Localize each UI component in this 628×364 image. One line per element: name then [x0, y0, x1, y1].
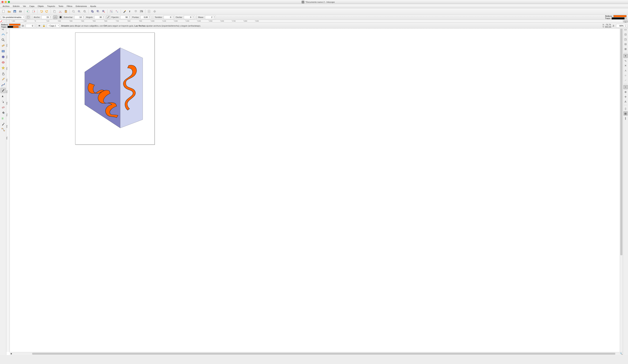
group-icon[interactable] — [109, 9, 114, 14]
snap-other-icon[interactable]: ✧ — [624, 85, 628, 89]
scroll-origin-icon[interactable]: ◆ — [10, 352, 13, 355]
pressure-width-icon[interactable] — [53, 15, 57, 19]
prefs-icon[interactable] — [152, 9, 157, 14]
angle-spinner[interactable]: ▲▼ — [94, 15, 105, 19]
snap-path-icon[interactable]: ∿ — [624, 59, 628, 63]
save-icon[interactable] — [12, 9, 17, 14]
gradient-tool-icon[interactable] — [0, 116, 6, 121]
ruler-vertical[interactable]: 0100200300400500600700800900 — [6, 23, 10, 352]
zoom-drawing-icon[interactable] — [77, 9, 81, 14]
docprops-icon[interactable] — [147, 9, 152, 14]
duplicate-icon[interactable] — [90, 9, 95, 14]
layer-visible-icon[interactable]: 👁 — [38, 24, 41, 27]
menu-extensiones[interactable]: Extensiones — [74, 4, 88, 8]
mass-spinner[interactable]: ▲▼ — [205, 15, 216, 19]
zoom-window-icon[interactable] — [8, 1, 10, 3]
import-icon[interactable] — [26, 9, 30, 14]
menu-edicion[interactable]: Edición — [11, 4, 21, 8]
text-tool-icon[interactable]: A — [0, 93, 6, 99]
menu-archivo[interactable]: Archivo — [1, 4, 11, 8]
pencil-tool-icon[interactable] — [0, 77, 6, 82]
horizontal-scrollbar[interactable]: ◆ 🔍 — [10, 352, 623, 355]
eraser-tool-icon[interactable] — [0, 105, 6, 110]
connector-tool-icon[interactable] — [0, 127, 6, 132]
zoom-page-icon[interactable] — [82, 9, 87, 14]
caps-spinner[interactable]: ▲▼ — [140, 15, 151, 19]
fixation-spinner[interactable]: ▲▼ — [120, 15, 131, 19]
snap-bbox-corner-icon[interactable]: ◳ — [624, 37, 628, 41]
tremor-spinner[interactable]: ▲▼ — [164, 15, 174, 19]
dropper-tool-icon[interactable] — [0, 121, 6, 127]
width-spinner[interactable]: ▲▼ — [41, 15, 52, 19]
thinning-spinner[interactable]: ▲▼ — [74, 15, 85, 19]
snap-bbox-center-icon[interactable]: ⊞ — [624, 47, 628, 51]
ungroup-icon[interactable] — [114, 9, 119, 14]
rect-tool-icon[interactable] — [0, 49, 6, 54]
copy-icon[interactable] — [52, 9, 57, 14]
menu-ayuda[interactable]: Ayuda — [89, 4, 98, 8]
star-tool-icon[interactable] — [0, 65, 6, 71]
bezier-tool-icon[interactable] — [0, 82, 6, 87]
zoom-selection-icon[interactable] — [71, 9, 76, 14]
preset-combo[interactable]: Sin predeterminados — [1, 15, 25, 19]
snap-cusp-icon[interactable]: ⋏ — [624, 68, 628, 72]
snap-nodes-icon[interactable]: ✦ — [624, 54, 628, 58]
menu-trayecto[interactable]: Trayecto — [46, 4, 57, 8]
menu-filtros[interactable]: Filtros — [65, 4, 74, 8]
layer-lock-icon[interactable]: 🔓 — [42, 24, 45, 27]
layers-icon[interactable] — [133, 9, 138, 14]
snap-grid-icon[interactable]: ▦ — [624, 111, 628, 116]
snap-page-icon[interactable]: ▯ — [624, 107, 628, 111]
export-icon[interactable] — [31, 9, 36, 14]
close-window-icon[interactable] — [1, 1, 3, 3]
new-doc-icon[interactable] — [1, 9, 6, 14]
opacity-spinner[interactable]: ▲▼ — [26, 24, 36, 28]
zoom-spinner[interactable]: ▲▼ — [616, 24, 627, 28]
snap-guide-icon[interactable]: ∥ — [624, 116, 628, 120]
fill-stroke-icon[interactable] — [122, 9, 127, 14]
open-icon[interactable] — [7, 9, 12, 14]
menu-capa[interactable]: Capa — [28, 4, 36, 8]
snap-text-icon[interactable]: A — [624, 100, 628, 104]
calligraphy-tool-icon[interactable] — [0, 88, 6, 93]
edit-preset-icon[interactable] — [26, 15, 30, 19]
minimize-window-icon[interactable] — [5, 1, 7, 3]
status-fill-swatch[interactable] — [9, 24, 20, 26]
snap-center-icon[interactable]: ⊕ — [624, 90, 628, 94]
snap-midpoint-icon[interactable]: ⟋ — [624, 78, 628, 82]
snap-rotation-icon[interactable]: ✛ — [624, 95, 628, 99]
vertical-scrollbar[interactable] — [620, 23, 623, 352]
xml-icon[interactable]: XML — [139, 9, 144, 14]
menu-objeto[interactable]: Objeto — [36, 4, 45, 8]
spray-tool-icon[interactable] — [0, 99, 6, 104]
ellipse-tool-icon[interactable] — [0, 60, 6, 65]
redo-icon[interactable] — [45, 9, 49, 14]
zoom-tool-icon[interactable] — [0, 37, 6, 43]
clone-icon[interactable] — [95, 9, 100, 14]
tilt-angle-icon[interactable] — [106, 15, 110, 19]
canvas-content-3dbox[interactable] — [81, 48, 150, 137]
undo-icon[interactable] — [39, 9, 44, 14]
3dbox-tool-icon[interactable] — [0, 54, 6, 60]
trace-bg-icon[interactable] — [59, 15, 63, 19]
snap-intersection-icon[interactable]: ✕ — [624, 63, 628, 68]
canvas[interactable] — [10, 23, 620, 352]
tweak-tool-icon[interactable] — [0, 32, 6, 37]
status-stroke-swatch[interactable] — [7, 26, 19, 28]
measure-tool-icon[interactable] — [0, 43, 6, 48]
stroke-swatch[interactable] — [612, 17, 625, 19]
layer-selector[interactable]: ▪Capa 1 — [47, 24, 60, 28]
snap-bbox-midpoint-icon[interactable]: ⊟ — [624, 42, 628, 46]
menu-texto[interactable]: Texto — [57, 4, 65, 8]
spiral-tool-icon[interactable] — [0, 71, 6, 76]
bucket-tool-icon[interactable] — [0, 110, 6, 116]
palette-none-swatch[interactable] — [0, 20, 3, 22]
menu-ver[interactable]: Ver — [21, 4, 28, 8]
unlink-clone-icon[interactable] — [101, 9, 106, 14]
paste-icon[interactable] — [63, 9, 68, 14]
snap-smooth-icon[interactable]: ○ — [624, 73, 628, 77]
cut-icon[interactable] — [58, 9, 63, 14]
wiggle-spinner[interactable]: ▲▼ — [184, 15, 195, 19]
text-dialog-icon[interactable]: T — [128, 9, 133, 14]
print-icon[interactable] — [18, 9, 23, 14]
